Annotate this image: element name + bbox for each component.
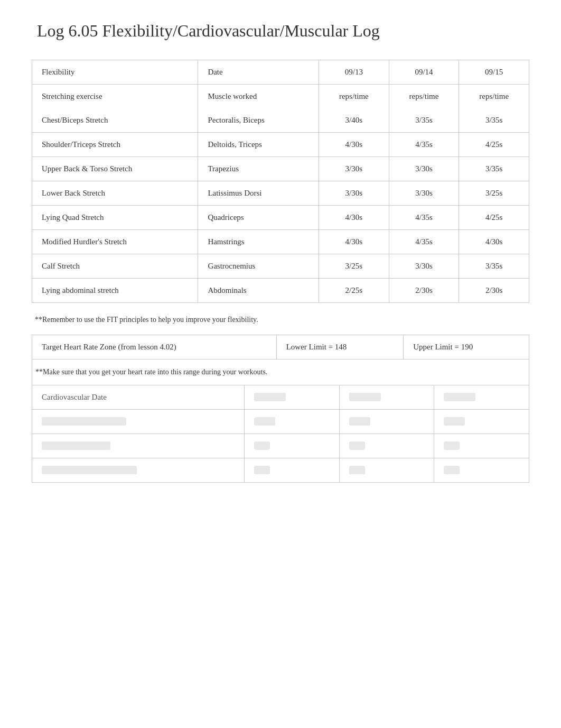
day1-value: 3/30s xyxy=(319,181,389,206)
heart-rate-row: Target Heart Rate Zone (from lesson 4.02… xyxy=(32,335,529,360)
subheader-col4: reps/time xyxy=(389,85,459,109)
lower-limit: Lower Limit = 148 xyxy=(276,335,403,360)
day3-value: 3/35s xyxy=(459,157,529,181)
day2-value: 4/35s xyxy=(389,133,459,157)
table-row: Chest/Biceps Stretch Pectoralis, Biceps … xyxy=(32,108,529,133)
cardio-row-1 xyxy=(32,410,529,434)
col3-header: 09/13 xyxy=(319,60,389,85)
subheader-col5: reps/time xyxy=(459,85,529,109)
day1-value: 4/30s xyxy=(319,230,389,254)
day3-value: 4/25s xyxy=(459,206,529,230)
exercise-name: Lying abdominal stretch xyxy=(32,279,198,303)
exercise-name: Upper Back & Torso Stretch xyxy=(32,157,198,181)
cardio-date-label: Cardiovascular Date xyxy=(32,385,245,410)
muscle-worked: Gastrocnemius xyxy=(198,254,319,279)
muscle-worked: Hamstrings xyxy=(198,230,319,254)
day3-value: 4/25s xyxy=(459,133,529,157)
day2-value: 3/35s xyxy=(389,108,459,133)
heart-rate-table: Target Heart Rate Zone (from lesson 4.02… xyxy=(32,335,529,360)
cardio-row-2 xyxy=(32,434,529,458)
exercise-name: Lower Back Stretch xyxy=(32,181,198,206)
table-row: Lying abdominal stretch Abdominals 2/25s… xyxy=(32,279,529,303)
day3-value: 2/30s xyxy=(459,279,529,303)
muscle-worked: Pectoralis, Biceps xyxy=(198,108,319,133)
day2-value: 3/30s xyxy=(389,181,459,206)
muscle-worked: Deltoids, Triceps xyxy=(198,133,319,157)
subheader-col1: Stretching exercise xyxy=(32,85,198,109)
heart-rate-note: **Make sure that you get your heart rate… xyxy=(32,360,529,385)
day3-value: 3/35s xyxy=(459,108,529,133)
table-row: Calf Stretch Gastrocnemius 3/25s 3/30s 3… xyxy=(32,254,529,279)
page-title: Log 6.05 Flexibility/Cardiovascular/Musc… xyxy=(32,21,529,41)
day3-value: 3/35s xyxy=(459,254,529,279)
cardio-section: Cardiovascular Date xyxy=(32,385,529,483)
flexibility-table: Flexibility Date 09/13 09/14 09/15 Stret… xyxy=(32,60,529,303)
day3-value: 3/25s xyxy=(459,181,529,206)
flexibility-note: **Remember to use the FIT principles to … xyxy=(32,316,529,324)
cardio-row-3 xyxy=(32,458,529,483)
day1-value: 4/30s xyxy=(319,133,389,157)
table-row: Lower Back Stretch Latissimus Dorsi 3/30… xyxy=(32,181,529,206)
col5-header: 09/15 xyxy=(459,60,529,85)
table-row: Modified Hurdler's Stretch Hamstrings 4/… xyxy=(32,230,529,254)
subheader-col3: reps/time xyxy=(319,85,389,109)
day1-value: 3/30s xyxy=(319,157,389,181)
upper-limit: Upper Limit = 190 xyxy=(404,335,529,360)
exercise-name: Shoulder/Triceps Stretch xyxy=(32,133,198,157)
col2-header: Date xyxy=(198,60,319,85)
col1-header: Flexibility xyxy=(32,60,198,85)
table-row: Upper Back & Torso Stretch Trapezius 3/3… xyxy=(32,157,529,181)
exercise-name: Modified Hurdler's Stretch xyxy=(32,230,198,254)
day1-value: 4/30s xyxy=(319,206,389,230)
table-row: Shoulder/Triceps Stretch Deltoids, Trice… xyxy=(32,133,529,157)
subheader-col2: Muscle worked xyxy=(198,85,319,109)
day1-value: 3/40s xyxy=(319,108,389,133)
day2-value: 4/35s xyxy=(389,230,459,254)
day2-value: 4/35s xyxy=(389,206,459,230)
subheader-row: Stretching exercise Muscle worked reps/t… xyxy=(32,85,529,109)
day1-value: 2/25s xyxy=(319,279,389,303)
muscle-worked: Abdominals xyxy=(198,279,319,303)
col4-header: 09/14 xyxy=(389,60,459,85)
cardio-header-row: Cardiovascular Date xyxy=(32,385,529,410)
day2-value: 3/30s xyxy=(389,254,459,279)
cardio-table: Cardiovascular Date xyxy=(32,385,529,483)
exercise-name: Lying Quad Stretch xyxy=(32,206,198,230)
day3-value: 4/30s xyxy=(459,230,529,254)
heart-rate-label: Target Heart Rate Zone (from lesson 4.02… xyxy=(32,335,277,360)
day1-value: 3/25s xyxy=(319,254,389,279)
table-row: Lying Quad Stretch Quadriceps 4/30s 4/35… xyxy=(32,206,529,230)
muscle-worked: Latissimus Dorsi xyxy=(198,181,319,206)
day2-value: 2/30s xyxy=(389,279,459,303)
header-row: Flexibility Date 09/13 09/14 09/15 xyxy=(32,60,529,85)
exercise-name: Calf Stretch xyxy=(32,254,198,279)
day2-value: 3/30s xyxy=(389,157,459,181)
exercise-name: Chest/Biceps Stretch xyxy=(32,108,198,133)
muscle-worked: Trapezius xyxy=(198,157,319,181)
muscle-worked: Quadriceps xyxy=(198,206,319,230)
